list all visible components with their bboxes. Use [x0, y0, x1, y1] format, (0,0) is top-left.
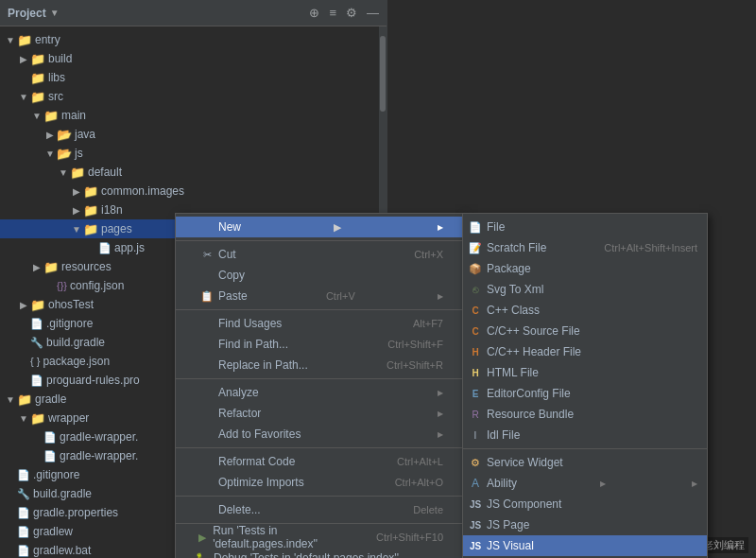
submenu-item-file[interactable]: 📄 File: [463, 217, 707, 237]
submenu-icon-html: H: [468, 368, 483, 378]
menu-item-cut[interactable]: ✂ Cut Ctrl+X: [176, 244, 462, 265]
submenu-label-js-page: JS Page: [487, 518, 529, 532]
submenu-label-cpp-source: C/C++ Source File: [487, 324, 580, 338]
label-src: src: [48, 90, 63, 103]
menu-label-copy: Copy: [218, 269, 245, 282]
menu-item-paste[interactable]: 📋 Paste Ctrl+V: [176, 286, 462, 306]
submenu-icon-editorconfig: E: [468, 389, 483, 399]
submenu-item-cpp-class[interactable]: C C++ Class: [463, 300, 707, 321]
file-icon-build-gradle-root: 🔧: [17, 488, 30, 500]
menu-item-run-tests[interactable]: ▶ Run 'Tests in 'default.pages.index'' C…: [176, 527, 462, 548]
folder-icon-resources: 📁: [43, 260, 59, 274]
submenu-icon-cpp-class: C: [468, 305, 483, 316]
file-icon-proguard: 📄: [30, 375, 43, 387]
arrow-main: ▼: [30, 111, 43, 121]
menu-item-delete[interactable]: Delete... Delete: [176, 499, 462, 520]
file-icon-config-json: {}}: [57, 280, 67, 291]
menu-item-refactor[interactable]: Refactor: [176, 403, 462, 424]
menu-label-paste: Paste: [218, 289, 248, 303]
submenu-label-service-widget: Service Widget: [487, 456, 563, 469]
submenu-item-cpp-source[interactable]: C C/C++ Source File: [463, 321, 707, 341]
label-pages: pages: [101, 222, 132, 235]
menu-shortcut-reformat: Ctrl+Alt+L: [397, 456, 443, 467]
menu-sep-1: [176, 240, 462, 241]
arrow-build: ▶: [17, 54, 30, 64]
folder-icon-java: 📂: [57, 128, 72, 142]
panel-title: Project ▼: [8, 7, 60, 20]
minimize-icon[interactable]: —: [367, 6, 379, 20]
submenu-item-cpp-header[interactable]: H C/C++ Header File: [463, 341, 707, 362]
label-build-gradle-root: build.gradle: [33, 487, 92, 500]
file-icon-build-gradle-entry: 🔧: [30, 337, 43, 349]
tree-item-libs[interactable]: 📁 libs: [0, 68, 387, 87]
label-gradle-wrapper-1: gradle-wrapper.: [60, 430, 138, 444]
arrow-src: ▼: [17, 92, 30, 102]
menu-item-add-favorites[interactable]: Add to Favorites: [176, 424, 462, 445]
tree-item-default[interactable]: ▼ 📁 default: [0, 163, 387, 182]
scrollbar-thumb[interactable]: [380, 36, 386, 112]
submenu-item-js-page[interactable]: JS JS Page: [463, 514, 707, 535]
tree-item-build[interactable]: ▶ 📁 build: [0, 49, 387, 68]
file-icon-gradlew-bat: 📄: [17, 545, 30, 557]
label-js: js: [75, 147, 83, 160]
arrow-resources: ▶: [30, 262, 43, 272]
tree-item-main[interactable]: ▼ 📁 main: [0, 106, 387, 125]
submenu-item-package[interactable]: 📦 Package: [463, 258, 707, 279]
menu-item-replace-in-path[interactable]: Replace in Path... Ctrl+Shift+R: [176, 355, 462, 375]
folder-icon-ohostest: 📁: [30, 298, 45, 312]
scroll-icon[interactable]: ≡: [329, 6, 336, 20]
arrow-i18n: ▶: [70, 205, 83, 216]
menu-shortcut-replace-in-path: Ctrl+Shift+R: [387, 359, 443, 371]
tree-item-java[interactable]: ▶ 📂 java: [0, 125, 387, 144]
file-icon-gradle-wrapper-2: 📄: [43, 450, 57, 462]
arrow-java: ▶: [43, 130, 57, 140]
submenu-icon-js-visual: JS: [468, 541, 483, 551]
menu-label-cut: Cut: [218, 248, 236, 261]
arrow-wrapper: ▼: [17, 413, 30, 424]
menu-item-debug-tests[interactable]: 🐛 Debug 'Tests in 'default.pages.index'': [176, 548, 462, 558]
menu-item-new[interactable]: New ▶: [176, 217, 462, 237]
label-config-json: config.json: [70, 279, 124, 292]
submenu-item-idl[interactable]: I Idl File: [463, 425, 707, 445]
menu-shortcut-optimize-imports: Ctrl+Alt+O: [395, 477, 443, 488]
file-icon-app-js: 📄: [98, 242, 112, 254]
submenu-icon-ability: A: [468, 477, 483, 490]
submenu-item-scratch-file[interactable]: 📝 Scratch File Ctrl+Alt+Shift+Insert: [463, 237, 707, 258]
panel-icons: ⊕ ≡ ⚙ —: [309, 6, 379, 20]
tree-item-common-images[interactable]: ▶ 📁 common.images: [0, 182, 387, 201]
label-gradle: gradle: [35, 392, 66, 406]
label-package-json: package.json: [43, 355, 110, 368]
submenu-item-service-widget[interactable]: ⚙ Service Widget: [463, 452, 707, 473]
submenu-item-svg-xml[interactable]: ⎋ Svg To Xml: [463, 279, 707, 300]
submenu-item-resource-bundle[interactable]: R Resource Bundle: [463, 404, 707, 425]
submenu-item-editorconfig[interactable]: E EditorConfig File: [463, 383, 707, 404]
menu-item-find-usages[interactable]: Find Usages Alt+F7: [176, 313, 462, 334]
folder-icon-gradle: 📁: [17, 392, 32, 407]
submenu-item-ability[interactable]: A Ability ▶: [463, 473, 707, 494]
panel-dropdown-icon[interactable]: ▼: [50, 8, 60, 18]
menu-item-copy[interactable]: Copy: [176, 265, 462, 286]
menu-label-debug-tests: Debug 'Tests in 'default.pages.index'': [214, 551, 399, 558]
submenu-icon-js-component: JS: [468, 499, 483, 510]
submenu-label-cpp-header: C/C++ Header File: [487, 345, 581, 358]
menu-item-reformat[interactable]: Reformat Code Ctrl+Alt+L: [176, 451, 462, 472]
tree-item-src[interactable]: ▼ 📁 src: [0, 87, 387, 106]
label-app-js: app.js: [114, 241, 145, 254]
label-build: build: [48, 52, 72, 65]
tree-item-entry[interactable]: ▼ 📁 entry: [0, 30, 387, 49]
add-icon[interactable]: ⊕: [309, 6, 319, 20]
submenu-item-js-visual[interactable]: JS JS Visual: [463, 535, 707, 556]
menu-item-analyze[interactable]: Analyze: [176, 382, 462, 403]
file-icon-gradlew: 📄: [17, 526, 30, 538]
menu-item-optimize-imports[interactable]: Optimize Imports Ctrl+Alt+O: [176, 472, 462, 493]
label-gradle-wrapper-2: gradle-wrapper.: [60, 449, 138, 462]
submenu-label-ability: Ability: [487, 477, 517, 490]
menu-item-find-in-path[interactable]: Find in Path... Ctrl+Shift+F: [176, 334, 462, 355]
submenu-item-js-component[interactable]: JS JS Component: [463, 494, 707, 514]
tree-item-js[interactable]: ▼ 📂 js: [0, 144, 387, 163]
file-icon-gradle-wrapper-1: 📄: [43, 431, 57, 444]
submenu-item-html[interactable]: H HTML File: [463, 362, 707, 383]
settings-icon[interactable]: ⚙: [346, 6, 357, 20]
menu-label-delete: Delete...: [218, 503, 261, 516]
menu-shortcut-run-tests: Ctrl+Shift+F10: [376, 532, 443, 543]
